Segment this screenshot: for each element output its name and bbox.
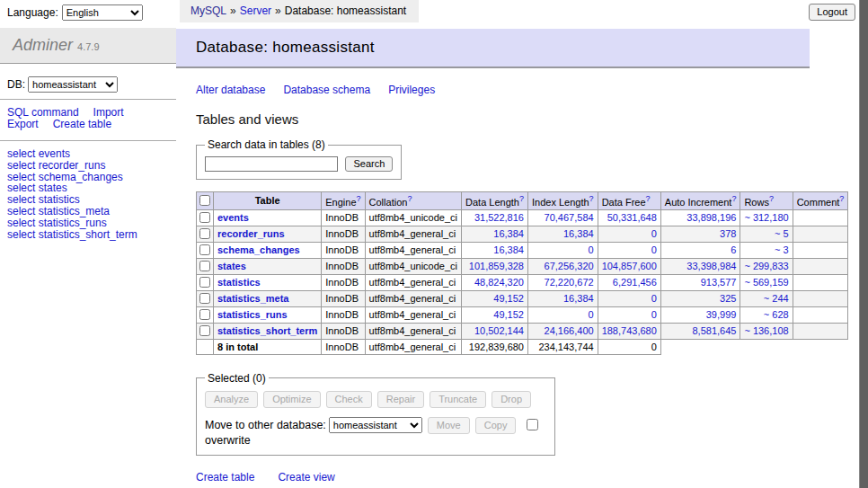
analyze-button[interactable]: Analyze xyxy=(205,391,258,408)
table-link-statistics_short_term[interactable]: statistics_short_term xyxy=(217,325,317,336)
sidebar-link-sql-command[interactable]: SQL command xyxy=(7,106,79,119)
column-help-link[interactable]: ? xyxy=(839,194,844,203)
data-free-link[interactable]: 6,291,456 xyxy=(613,277,657,288)
vertical-scrollbar[interactable] xyxy=(859,0,868,488)
data-length-link[interactable]: 10,502,144 xyxy=(474,325,524,336)
language-select[interactable]: English xyxy=(62,4,143,21)
data-free-link[interactable]: 0 xyxy=(651,228,657,239)
column-help-link[interactable]: ? xyxy=(589,194,594,203)
data-free-link[interactable]: 0 xyxy=(651,244,657,255)
copy-button[interactable]: Copy xyxy=(475,417,517,434)
auto-increment-link[interactable]: 39,999 xyxy=(706,309,737,320)
index-length-link[interactable]: 72,220,672 xyxy=(545,277,594,288)
breadcrumb-link-mysql[interactable]: MySQL xyxy=(190,4,226,17)
data-length-link[interactable]: 49,152 xyxy=(493,293,524,304)
row-checkbox[interactable] xyxy=(199,309,210,320)
table-link-events[interactable]: events xyxy=(217,212,249,223)
rows-link[interactable]: ~ 569,159 xyxy=(744,277,788,288)
index-length-link[interactable]: 24,166,400 xyxy=(545,325,594,336)
sidebar-item-select-statistics_meta[interactable]: select statistics_meta xyxy=(7,206,169,217)
table-link-schema_changes[interactable]: schema_changes xyxy=(217,244,300,255)
row-checkbox[interactable] xyxy=(199,212,210,223)
column-help-link[interactable]: ? xyxy=(407,194,412,203)
column-help-link[interactable]: ? xyxy=(646,194,651,203)
index-length-link[interactable]: 0 xyxy=(589,309,594,320)
logout-button[interactable]: Logout xyxy=(809,4,855,21)
table-link-statistics_meta[interactable]: statistics_meta xyxy=(217,293,289,304)
action-link-alter-database[interactable]: Alter database xyxy=(196,84,265,96)
data-length-link[interactable]: 49,152 xyxy=(493,309,524,320)
table-link-recorder_runs[interactable]: recorder_runs xyxy=(217,228,285,239)
index-length-link[interactable]: 67,256,320 xyxy=(545,261,594,271)
data-length-link[interactable]: 16,384 xyxy=(493,228,524,239)
index-length-link[interactable]: 0 xyxy=(589,244,594,255)
move-db-select[interactable]: homeassistant xyxy=(329,417,422,433)
column-help-link[interactable]: ? xyxy=(519,194,524,203)
row-checkbox[interactable] xyxy=(199,277,210,288)
rows-link[interactable]: ~ 312,180 xyxy=(744,212,788,223)
rows-link[interactable]: ~ 136,108 xyxy=(744,325,788,336)
row-checkbox[interactable] xyxy=(199,261,210,271)
optimize-button[interactable]: Optimize xyxy=(263,391,320,408)
sidebar-link-create-table[interactable]: Create table xyxy=(53,118,111,130)
db-select[interactable]: homeassistant xyxy=(28,76,118,93)
rows-link[interactable]: ~ 244 xyxy=(764,293,789,304)
app-version[interactable]: 4.7.9 xyxy=(77,41,99,52)
sidebar-link-export[interactable]: Export xyxy=(7,118,39,130)
auto-increment-link[interactable]: 33,398,984 xyxy=(686,261,736,271)
data-length-link[interactable]: 31,522,816 xyxy=(474,212,524,223)
row-checkbox-cell xyxy=(197,274,214,290)
select-all-checkbox[interactable] xyxy=(199,195,210,206)
row-checkbox[interactable] xyxy=(199,293,210,304)
auto-increment-link[interactable]: 378 xyxy=(720,228,736,239)
data-free-link[interactable]: 0 xyxy=(651,293,657,304)
sidebar-item-select-statistics_runs[interactable]: select statistics_runs xyxy=(7,217,169,229)
breadcrumb-link-server[interactable]: Server xyxy=(240,4,271,17)
auto-increment-link[interactable]: 913,577 xyxy=(701,277,737,288)
data-free-link[interactable]: 104,857,600 xyxy=(602,261,657,271)
auto-increment-link[interactable]: 6 xyxy=(731,244,736,255)
sidebar-link-import[interactable]: Import xyxy=(93,106,124,119)
check-button[interactable]: Check xyxy=(326,391,372,408)
auto-increment-link[interactable]: 33,898,196 xyxy=(686,212,736,223)
auto-increment-link[interactable]: 8,581,645 xyxy=(692,325,736,336)
action-link-privileges[interactable]: Privileges xyxy=(388,84,435,96)
search-button[interactable]: Search xyxy=(345,156,393,172)
table-link-states[interactable]: states xyxy=(217,261,246,271)
rows-link[interactable]: ~ 3 xyxy=(775,244,789,255)
data-free-link[interactable]: 50,331,648 xyxy=(607,212,657,223)
row-checkbox[interactable] xyxy=(199,325,210,336)
rows-link[interactable]: ~ 299,833 xyxy=(744,261,788,271)
create-view-link[interactable]: Create view xyxy=(278,471,334,484)
search-input[interactable] xyxy=(205,156,338,172)
create-table-link[interactable]: Create table xyxy=(196,471,254,484)
row-checkbox[interactable] xyxy=(199,244,210,255)
rows-link[interactable]: ~ 5 xyxy=(775,228,789,239)
data-length-link[interactable]: 48,824,320 xyxy=(474,277,524,288)
sidebar-item-select-recorder_runs[interactable]: select recorder_runs xyxy=(7,160,169,172)
index-length-link[interactable]: 16,384 xyxy=(563,228,594,239)
overwrite-checkbox[interactable] xyxy=(527,419,538,430)
table-link-statistics_runs[interactable]: statistics_runs xyxy=(217,309,288,320)
drop-button[interactable]: Drop xyxy=(492,391,531,408)
action-link-database-schema[interactable]: Database schema xyxy=(283,84,370,96)
sidebar-item-select-events[interactable]: select events xyxy=(7,148,169,160)
column-help-link[interactable]: ? xyxy=(769,194,774,203)
index-length-link[interactable]: 70,467,584 xyxy=(545,212,594,223)
auto-increment-link[interactable]: 325 xyxy=(720,293,736,304)
app-logo-link[interactable]: Adminer xyxy=(13,36,73,54)
move-button[interactable]: Move xyxy=(428,417,470,434)
truncate-button[interactable]: Truncate xyxy=(430,391,486,408)
data-free-link[interactable]: 0 xyxy=(651,309,657,320)
index-length-link[interactable]: 16,384 xyxy=(563,293,594,304)
sidebar-item-select-statistics_short_term[interactable]: select statistics_short_term xyxy=(7,229,169,241)
data-free-link[interactable]: 188,743,680 xyxy=(602,325,657,336)
data-length-link[interactable]: 101,859,328 xyxy=(469,261,524,271)
rows-link[interactable]: ~ 628 xyxy=(764,309,789,320)
table-link-statistics[interactable]: statistics xyxy=(217,277,261,288)
column-help-link[interactable]: ? xyxy=(357,194,361,203)
data-length-link[interactable]: 16,384 xyxy=(493,244,524,255)
row-checkbox[interactable] xyxy=(199,228,210,239)
column-help-link[interactable]: ? xyxy=(731,194,736,203)
repair-button[interactable]: Repair xyxy=(377,391,424,408)
